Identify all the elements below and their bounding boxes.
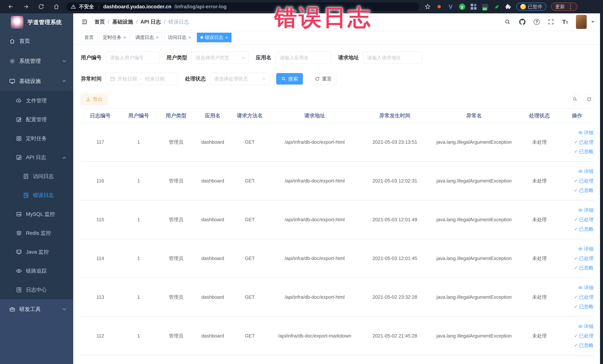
app-logo[interactable]: 芋道管理系统 bbox=[0, 13, 73, 31]
refresh-table-button[interactable] bbox=[584, 94, 594, 105]
sidebar-item-api-log[interactable]: API 日志 bbox=[0, 148, 73, 167]
tab-jobs[interactable]: 定时任务× bbox=[99, 33, 129, 42]
close-icon[interactable]: × bbox=[225, 35, 228, 40]
status-badge: 未处理 bbox=[519, 294, 560, 300]
date-range-picker[interactable]: 开始日期 - 结束日期 bbox=[106, 73, 178, 85]
help-icon[interactable]: ? bbox=[534, 19, 540, 25]
action-ignored[interactable]: ✓已忽略 bbox=[574, 148, 593, 155]
request-url-input[interactable] bbox=[367, 55, 418, 61]
reset-button[interactable]: 重置 bbox=[310, 73, 337, 84]
user-type-select[interactable]: 请选择用户类型 bbox=[191, 52, 249, 64]
sidebar-bottom-section: 研发工具 bbox=[0, 299, 73, 364]
action-processed[interactable]: ✓已处理 bbox=[574, 216, 593, 223]
action-detail[interactable]: 详细 bbox=[578, 207, 593, 213]
sidebar-item-config[interactable]: 配置管理 bbox=[0, 110, 73, 129]
table-row: 117 1 管理员 dashboard GET /api/infra/db-do… bbox=[81, 123, 594, 162]
url-path: /infra/log/api-error-log bbox=[174, 4, 227, 10]
user-avatar[interactable] bbox=[576, 15, 587, 29]
document-icon bbox=[23, 173, 29, 180]
action-processed[interactable]: ✓已处理 bbox=[574, 294, 593, 300]
action-processed[interactable]: ✓已处理 bbox=[574, 255, 593, 262]
url-domain: dashboard.yudao.iocoder.cn bbox=[103, 4, 172, 10]
browser-menu-icon[interactable]: ⋮ bbox=[568, 4, 573, 10]
chevron-up-icon bbox=[62, 157, 66, 160]
search-button[interactable]: 搜索 bbox=[276, 73, 303, 84]
action-ignored[interactable]: ✓已忽略 bbox=[574, 187, 593, 194]
extension-leaf-icon[interactable] bbox=[493, 3, 500, 10]
profile-emoji-icon bbox=[520, 4, 526, 10]
cloud-upload-icon bbox=[16, 97, 22, 104]
tab-error-log[interactable]: 错误日志× bbox=[197, 33, 232, 42]
window-scrollbar[interactable] bbox=[600, 0, 603, 364]
extension-on-icon[interactable]: on bbox=[482, 3, 488, 10]
close-icon[interactable]: × bbox=[123, 35, 126, 40]
app-name-input[interactable] bbox=[280, 55, 327, 61]
breadcrumb-infra[interactable]: 基础设施 bbox=[112, 18, 133, 25]
bookmark-star-icon[interactable] bbox=[424, 3, 431, 10]
close-icon[interactable]: × bbox=[188, 35, 191, 40]
sidebar-item-access-log[interactable]: 访问日志 bbox=[0, 167, 73, 186]
browser-back-icon[interactable] bbox=[7, 3, 14, 10]
sidebar-item-error-log[interactable]: 错误日志 bbox=[0, 186, 73, 205]
sidebar-item-redis[interactable]: Redis 监控 bbox=[0, 224, 73, 243]
url-bar[interactable]: 不安全 dashboard.yudao.iocoder.cn /infra/lo… bbox=[66, 2, 419, 11]
table-toolbar: 导出 bbox=[73, 94, 600, 105]
action-detail[interactable]: 详细 bbox=[578, 246, 593, 252]
sidebar-item-jobs[interactable]: 定时任务 bbox=[0, 129, 73, 148]
fullscreen-icon[interactable] bbox=[547, 18, 555, 25]
extension-green-icon[interactable]: y bbox=[459, 3, 465, 10]
sidebar-item-home[interactable]: 首页 bbox=[0, 31, 73, 51]
browser-forward-icon[interactable] bbox=[23, 3, 29, 10]
search-icon bbox=[281, 76, 286, 81]
browser-home-icon[interactable] bbox=[53, 3, 60, 10]
action-detail[interactable]: 详细 bbox=[578, 168, 593, 175]
action-ignored[interactable]: ✓已忽略 bbox=[574, 303, 593, 310]
sidebar-item-log-center[interactable]: 日志中心 bbox=[0, 280, 73, 299]
eye-icon bbox=[578, 285, 583, 290]
export-button[interactable]: 导出 bbox=[81, 94, 107, 105]
sidebar-item-trace[interactable]: 链路追踪 bbox=[0, 261, 73, 280]
action-detail[interactable]: 详细 bbox=[578, 284, 593, 291]
sidebar-item-system[interactable]: 系统管理 bbox=[0, 51, 73, 71]
sidebar-item-dev-tools[interactable]: 研发工具 bbox=[0, 299, 73, 319]
sidebar-collapse-icon[interactable] bbox=[81, 18, 88, 26]
browser-update-button[interactable]: 更新⋮ bbox=[551, 3, 577, 11]
action-ignored[interactable]: ✓已忽略 bbox=[574, 265, 593, 271]
extensions-puzzle-icon[interactable] bbox=[505, 3, 511, 10]
close-icon[interactable]: × bbox=[156, 35, 159, 40]
browser-reload-icon[interactable] bbox=[38, 3, 45, 10]
chevron-down-icon bbox=[62, 59, 66, 62]
breadcrumb-api-log[interactable]: API 日志 bbox=[140, 18, 161, 25]
action-processed[interactable]: ✓已处理 bbox=[574, 139, 593, 145]
sidebar-item-mysql[interactable]: MySQL 监控 bbox=[0, 205, 73, 224]
profile-paused-button[interactable]: 已暂停 bbox=[516, 3, 546, 11]
header-search-icon[interactable] bbox=[504, 18, 511, 25]
sidebar-item-files[interactable]: 文件管理 bbox=[0, 91, 73, 110]
user-type-label: 用户类型 bbox=[166, 54, 187, 61]
action-detail[interactable]: 详细 bbox=[578, 323, 593, 330]
tab-schedule-log[interactable]: 调度日志× bbox=[132, 33, 162, 42]
tab-access-log[interactable]: 访问日志× bbox=[164, 33, 195, 42]
user-id-input[interactable] bbox=[110, 55, 155, 61]
extension-grid-icon[interactable] bbox=[470, 3, 477, 10]
action-processed[interactable]: ✓已处理 bbox=[574, 333, 593, 339]
extension-donut-icon[interactable] bbox=[436, 3, 442, 10]
action-ignored[interactable]: ✓已忽略 bbox=[574, 342, 593, 349]
breadcrumb-home[interactable]: 首页 bbox=[94, 18, 105, 25]
font-size-icon[interactable]: TT bbox=[562, 19, 568, 25]
extension-v-icon[interactable]: V bbox=[447, 3, 454, 10]
active-tab-dot bbox=[200, 36, 203, 39]
sidebar-item-java[interactable]: Java 监控 bbox=[0, 243, 73, 261]
check-icon: ✓ bbox=[574, 178, 578, 183]
check-icon: ✓ bbox=[574, 334, 578, 338]
action-processed[interactable]: ✓已处理 bbox=[574, 178, 593, 184]
github-icon[interactable] bbox=[519, 18, 526, 25]
process-status-select[interactable]: 请选择处理状态 bbox=[210, 73, 269, 85]
action-detail[interactable]: 详细 bbox=[578, 129, 593, 136]
sidebar-item-infra[interactable]: 基础设施 bbox=[0, 71, 73, 91]
action-ignored[interactable]: ✓已忽略 bbox=[574, 226, 593, 232]
sidebar-submenu-infra: 文件管理 配置管理 定时任务 API 日志 访问日志 错误日志 bbox=[0, 91, 73, 299]
toggle-search-button[interactable] bbox=[570, 94, 580, 105]
tab-home[interactable]: 首页 bbox=[81, 33, 97, 42]
avatar-caret-icon[interactable] bbox=[591, 21, 594, 23]
